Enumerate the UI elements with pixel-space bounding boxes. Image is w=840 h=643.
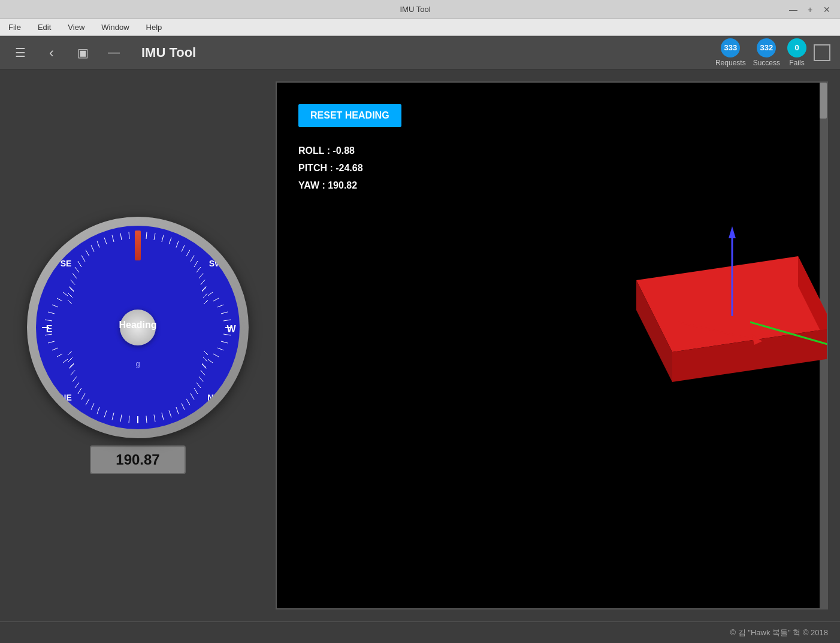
footer: © 김 "Hawk 복돌" 혁 © 2018 [0,621,840,643]
svg-line-19 [201,280,205,285]
color-square [814,44,830,61]
requests-label: Requests [715,59,746,67]
svg-line-36 [70,287,74,292]
svg-line-87 [208,359,213,363]
svg-line-50 [70,364,74,369]
svg-line-41 [104,411,107,418]
svg-line-8 [146,232,147,239]
svg-line-72 [97,241,99,248]
svg-line-32 [48,312,55,314]
svg-line-15 [191,256,194,262]
window-title: IMU Tool [43,5,787,14]
svg-line-35 [63,292,68,296]
svg-line-31 [45,320,52,321]
fails-stat: 0 Fails [787,38,806,67]
requests-stat: 333 Requests [715,38,746,67]
svg-line-22 [204,300,208,304]
svg-line-39 [120,415,122,422]
svg-line-94 [70,363,74,368]
svg-line-12 [176,241,179,248]
svg-line-11 [169,238,171,244]
axis-blue-arrow [729,226,736,238]
menu-view[interactable]: View [64,22,88,33]
svg-line-92 [57,354,62,357]
svg-line-60 [191,393,194,400]
svg-line-70 [112,235,114,242]
menu-help[interactable]: Help [143,22,166,33]
compass-needle [135,230,141,260]
svg-line-21 [203,293,207,298]
menu-window[interactable]: Window [98,22,132,33]
svg-line-46 [78,388,81,394]
svg-line-28 [213,298,219,301]
svg-line-45 [81,393,85,400]
svg-line-27 [217,305,223,307]
svg-line-69 [120,233,122,241]
svg-line-13 [182,245,185,252]
svg-line-73 [91,245,94,252]
fails-badge: 0 [787,38,806,57]
svg-line-30 [202,287,206,292]
svg-line-76 [78,261,81,267]
menu-file[interactable]: File [5,22,25,33]
svg-line-61 [194,388,198,394]
svg-line-16 [194,261,198,267]
svg-text:W: W [226,324,236,334]
requests-badge: 333 [721,38,740,57]
svg-line-29 [208,292,213,296]
svg-line-66 [203,357,207,362]
svg-line-71 [104,238,107,244]
svg-text:NE: NE [60,393,71,402]
svg-line-82 [68,300,72,304]
svg-line-93 [63,359,68,363]
svg-line-88 [202,363,206,368]
main-content: S SW W NW NE E SE [0,69,840,621]
svg-line-55 [162,413,164,420]
heading-display: 190.87 [90,445,186,474]
svg-line-14 [186,250,190,257]
window-icon[interactable]: ▣ [72,42,93,63]
success-badge: 332 [757,38,776,57]
close-button[interactable]: ✕ [821,5,833,14]
svg-line-85 [217,348,223,350]
success-label: Success [753,59,780,67]
svg-line-62 [197,383,201,388]
svg-line-90 [48,341,55,343]
hamburger-icon[interactable]: ☰ [10,42,31,63]
svg-line-81 [68,293,72,298]
stats-container: 333 Requests 332 Success 0 Fails [715,38,830,67]
svg-line-33 [52,305,58,307]
svg-line-40 [112,413,114,420]
menu-edit[interactable]: Edit [34,22,55,33]
svg-line-58 [182,404,185,410]
svg-line-10 [162,235,164,242]
window-controls: — + ✕ [787,5,833,14]
svg-line-43 [91,404,94,410]
compass-container: S SW W NW NE E SE [12,81,264,609]
svg-line-25 [223,320,231,321]
svg-line-54 [154,415,155,422]
svg-line-26 [221,312,228,314]
minimize-button[interactable]: — [787,5,799,14]
svg-line-68 [129,232,129,239]
compass-g-label: g [135,359,140,368]
compass-heading-label: Heading [119,320,156,330]
svg-line-64 [201,371,205,375]
svg-line-42 [97,407,99,414]
maximize-button[interactable]: + [804,5,816,14]
svg-line-17 [197,267,201,272]
compass-outer: S SW W NW NE E SE [27,217,249,438]
footer-text: © 김 "Hawk 복돌" 혁 © 2018 [730,627,828,638]
svg-line-44 [86,399,89,405]
svg-line-63 [199,377,203,382]
svg-line-91 [52,348,58,350]
toolbar: ☰ ‹ ▣ — IMU Tool 333 Requests 332 Succes… [0,36,840,69]
svg-line-79 [71,280,75,285]
back-icon[interactable]: ‹ [41,42,62,63]
3d-scene [277,83,827,608]
svg-line-78 [72,274,77,279]
svg-line-53 [146,416,147,423]
dash-icon[interactable]: — [103,42,125,63]
fails-label: Fails [789,59,804,67]
svg-line-47 [75,383,79,388]
